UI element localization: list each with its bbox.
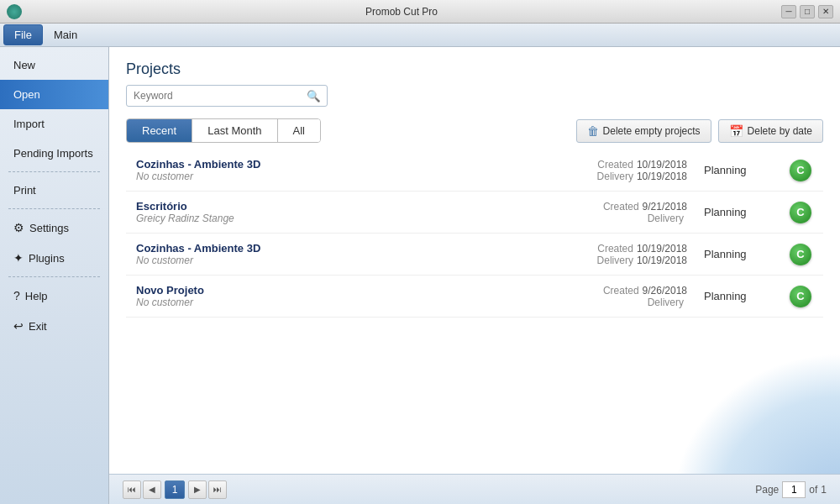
tab-all[interactable]: All — [278, 119, 320, 142]
page-number-input[interactable] — [782, 481, 806, 498]
status-icon-3: C — [788, 286, 813, 307]
page-label: Page — [755, 484, 779, 496]
status-icon-0: C — [788, 160, 813, 181]
project-status: Planning — [704, 164, 788, 176]
total-pages: 1 — [821, 484, 827, 496]
delete-empty-icon: 🗑 — [587, 124, 599, 138]
created-date: 9/26/2018 — [643, 285, 687, 297]
project-customer: Greicy Radinz Stange — [136, 213, 570, 224]
titlebar: Promob Cut Pro ─ □ ✕ — [0, 0, 840, 24]
status-circle: C — [790, 244, 811, 265]
sidebar-label-open: Open — [13, 88, 40, 101]
table-row[interactable]: Cozinhas - Ambiente 3D No customer Creat… — [126, 234, 823, 276]
search-input[interactable] — [127, 86, 301, 106]
tab-last-month[interactable]: Last Month — [192, 119, 277, 142]
table-row[interactable]: Escritório Greicy Radinz Stange Created … — [126, 192, 823, 234]
prev-page-button[interactable]: ◀ — [143, 480, 161, 499]
project-name: Cozinhas - Ambiente 3D — [136, 242, 570, 255]
exit-icon: ↩ — [13, 319, 24, 333]
window-controls: ─ □ ✕ — [781, 5, 833, 18]
menu-file[interactable]: File — [3, 24, 43, 45]
sidebar-label-new: New — [13, 59, 35, 71]
created-date: 9/21/2018 — [643, 201, 687, 213]
sidebar-item-exit[interactable]: ↩ Exit — [0, 311, 108, 341]
sidebar-item-plugins[interactable]: ✦ Plugins — [0, 243, 108, 273]
project-dates: Created 10/19/2018 Delivery 10/19/2018 — [570, 243, 704, 266]
sidebar-item-settings[interactable]: ⚙ Settings — [0, 213, 108, 243]
project-info: Cozinhas - Ambiente 3D No customer — [136, 158, 570, 182]
sidebar-divider-3 — [8, 276, 100, 277]
project-info: Novo Projeto No customer — [136, 284, 570, 308]
puzzle-icon: ✦ — [13, 251, 24, 265]
main-layout: New Open Import Pending Imports Print ⚙ … — [0, 47, 840, 504]
content-header: Projects — [109, 47, 840, 85]
menu-main[interactable]: Main — [43, 24, 88, 45]
titlebar-title: Promob Cut Pro — [22, 6, 781, 18]
search-button[interactable]: 🔍 — [301, 87, 327, 106]
delivery-date: 10/19/2018 — [637, 255, 687, 266]
page-info: Page of 1 — [755, 481, 827, 498]
project-info: Cozinhas - Ambiente 3D No customer — [136, 242, 570, 266]
created-date: 10/19/2018 — [637, 243, 687, 255]
sidebar-item-import[interactable]: Import — [0, 109, 108, 139]
delivery-date: 10/19/2018 — [637, 171, 687, 182]
created-date: 10/19/2018 — [637, 159, 687, 171]
created-label: Created — [603, 285, 639, 297]
minimize-button[interactable]: ─ — [781, 5, 796, 18]
delivery-label: Delivery — [648, 213, 684, 224]
project-customer: No customer — [136, 255, 570, 266]
sidebar-label-exit: Exit — [29, 320, 47, 333]
sidebar-item-new[interactable]: New — [0, 50, 108, 80]
delivery-label: Delivery — [648, 297, 684, 308]
status-icon-1: C — [788, 202, 813, 223]
table-row[interactable]: Cozinhas - Ambiente 3D No customer Creat… — [126, 150, 823, 192]
sidebar-divider-1 — [8, 171, 100, 172]
project-info: Escritório Greicy Radinz Stange — [136, 200, 570, 224]
project-customer: No customer — [136, 297, 570, 308]
sidebar-item-open[interactable]: Open — [0, 80, 108, 109]
project-dates: Created 10/19/2018 Delivery 10/19/2018 — [570, 159, 704, 182]
project-name: Escritório — [136, 200, 570, 213]
tab-recent[interactable]: Recent — [127, 119, 192, 142]
sidebar-label-plugins: Plugins — [29, 252, 65, 265]
sidebar-label-import: Import — [13, 118, 45, 130]
menubar: File Main — [0, 24, 840, 47]
project-status: Planning — [704, 248, 788, 260]
tabs-row: Recent Last Month All 🗑 Delete empty pro… — [109, 115, 840, 146]
status-circle: C — [790, 286, 811, 307]
page-title: Projects — [126, 60, 823, 78]
project-dates: Created 9/26/2018 Delivery — [570, 285, 704, 308]
current-page: 1 — [165, 480, 185, 499]
sidebar-item-help[interactable]: ? Help — [0, 281, 108, 311]
status-circle: C — [790, 160, 811, 181]
sidebar-label-print: Print — [13, 184, 36, 197]
created-label: Created — [603, 201, 639, 213]
close-button[interactable]: ✕ — [818, 5, 833, 18]
search-row: 🔍 — [109, 85, 840, 115]
sidebar-label-help: Help — [25, 290, 48, 302]
project-status: Planning — [704, 206, 788, 218]
next-page-button[interactable]: ▶ — [188, 480, 207, 499]
sidebar-label-settings: Settings — [29, 222, 69, 234]
sidebar-item-print[interactable]: Print — [0, 176, 108, 205]
delete-by-date-button[interactable]: 📅 Delete by date — [718, 119, 823, 143]
status-icon-2: C — [788, 244, 813, 265]
first-page-button[interactable]: ⏮ — [123, 480, 141, 499]
project-status: Planning — [704, 290, 788, 302]
app-logo — [7, 4, 22, 19]
filter-tabs: Recent Last Month All — [126, 118, 321, 143]
of-label: of — [809, 484, 817, 496]
last-page-button[interactable]: ⏭ — [208, 480, 227, 499]
table-row[interactable]: Novo Projeto No customer Created 9/26/20… — [126, 276, 823, 318]
sidebar-divider-2 — [8, 208, 100, 209]
sidebar-item-pending-imports[interactable]: Pending Imports — [0, 139, 108, 168]
sidebar: New Open Import Pending Imports Print ⚙ … — [0, 47, 109, 504]
pagination-controls: ⏮ ◀ 1 ▶ ⏭ — [123, 480, 227, 499]
maximize-button[interactable]: □ — [800, 5, 815, 18]
project-name: Novo Projeto — [136, 284, 570, 297]
created-label: Created — [597, 243, 633, 255]
projects-table: Cozinhas - Ambiente 3D No customer Creat… — [109, 146, 840, 474]
delete-empty-button[interactable]: 🗑 Delete empty projects — [576, 119, 711, 143]
sidebar-label-pending-imports: Pending Imports — [13, 147, 93, 160]
question-icon: ? — [13, 289, 20, 302]
